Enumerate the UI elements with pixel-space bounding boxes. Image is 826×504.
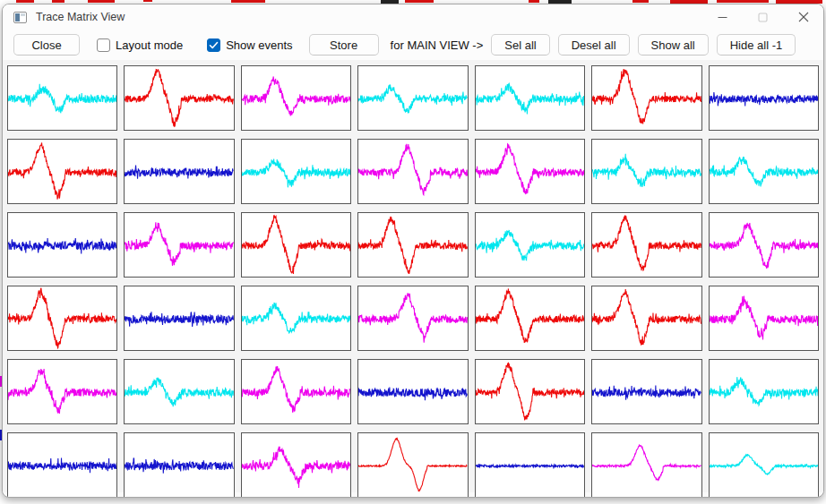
backdrop-trace-fragment — [16, 0, 34, 3]
trace-waveform-magenta — [242, 433, 350, 497]
store-button[interactable]: Store — [309, 34, 379, 56]
window-title: Trace Matrix View — [36, 11, 125, 23]
trace-waveform-magenta — [242, 66, 350, 130]
trace-cell-r1c6[interactable] — [591, 65, 701, 131]
trace-cell-r2c6[interactable] — [591, 139, 701, 204]
trace-cell-r3c4[interactable] — [357, 212, 468, 278]
trace-waveform-blue — [710, 66, 818, 130]
trace-waveform-blue — [8, 213, 116, 277]
trace-cell-r6c4[interactable] — [357, 432, 468, 498]
trace-waveform-cyan — [710, 433, 818, 497]
trace-matrix-window: Trace Matrix View Close — [2, 4, 824, 498]
trace-cell-r6c6[interactable] — [591, 432, 701, 498]
trace-cell-r5c1[interactable] — [7, 359, 117, 424]
show-events-checkbox[interactable] — [207, 38, 220, 52]
trace-cell-r4c4[interactable] — [357, 286, 468, 351]
trace-cell-r3c3[interactable] — [241, 212, 351, 278]
trace-waveform-red — [125, 66, 233, 130]
trace-cell-r1c1[interactable] — [7, 65, 117, 131]
select-all-button[interactable]: Sel all — [491, 34, 549, 56]
show-all-button[interactable]: Show all — [638, 34, 709, 56]
hide-all-button[interactable]: Hide all -1 — [717, 34, 796, 56]
trace-waveform-blue — [8, 433, 116, 497]
trace-waveform-cyan — [125, 360, 233, 423]
trace-waveform-cyan — [358, 66, 467, 130]
trace-cell-r6c2[interactable] — [124, 432, 234, 498]
backdrop-trace-fragment — [717, 0, 769, 3]
trace-cell-r1c5[interactable] — [475, 65, 585, 131]
window-controls — [702, 4, 823, 30]
show-events-label: Show events — [226, 38, 292, 52]
trace-cell-r1c7[interactable] — [709, 65, 819, 131]
trace-waveform-red — [592, 66, 701, 130]
trace-cell-r3c1[interactable] — [7, 212, 117, 278]
minimize-button[interactable] — [702, 4, 743, 30]
trace-cell-r4c7[interactable] — [709, 286, 819, 351]
maximize-button[interactable] — [743, 4, 783, 30]
trace-waveform-red — [476, 286, 584, 350]
trace-cell-r2c1[interactable] — [7, 139, 117, 204]
deselect-all-button[interactable]: Desel all — [558, 34, 630, 56]
trace-cell-r5c5[interactable] — [475, 359, 585, 424]
trace-waveform-magenta — [8, 360, 116, 423]
trace-cell-r3c5[interactable] — [475, 212, 585, 278]
trace-waveform-red — [592, 286, 701, 350]
layout-mode-label: Layout mode — [116, 38, 183, 52]
trace-waveform-red — [8, 286, 116, 350]
trace-cell-r5c4[interactable] — [357, 359, 468, 424]
trace-cell-r5c7[interactable] — [709, 359, 819, 424]
layout-mode-checkbox[interactable] — [97, 38, 110, 52]
trace-cell-r3c7[interactable] — [709, 212, 819, 278]
trace-cell-r4c6[interactable] — [591, 286, 701, 351]
close-icon — [798, 12, 809, 22]
layout-mode-checkbox-group[interactable]: Layout mode — [97, 38, 183, 52]
main-view-label: for MAIN VIEW -> — [391, 38, 484, 52]
trace-cell-r3c2[interactable] — [124, 212, 234, 278]
trace-cell-r4c2[interactable] — [124, 286, 234, 351]
trace-waveform-cyan — [710, 140, 818, 203]
trace-waveform-red — [358, 213, 467, 277]
backdrop-trace-fragment — [529, 0, 539, 3]
show-events-checkbox-group[interactable]: Show events — [207, 38, 292, 52]
close-button[interactable] — [783, 4, 823, 30]
trace-waveform-cyan — [8, 66, 116, 130]
trace-cell-r1c4[interactable] — [357, 65, 468, 131]
trace-cell-r2c3[interactable] — [241, 139, 351, 204]
trace-waveform-cyan — [242, 286, 350, 350]
trace-waveform-blue — [125, 433, 233, 497]
trace-cell-r5c6[interactable] — [591, 359, 701, 424]
close-view-button[interactable]: Close — [13, 34, 80, 56]
trace-cell-r1c2[interactable] — [124, 65, 234, 131]
trace-waveform-magenta — [710, 213, 818, 277]
trace-cell-r6c5[interactable] — [475, 432, 585, 498]
trace-cell-r1c3[interactable] — [241, 65, 351, 131]
trace-cell-r6c1[interactable] — [7, 432, 117, 498]
trace-waveform-red — [476, 360, 584, 423]
trace-cell-r2c4[interactable] — [357, 139, 468, 204]
trace-waveform-magenta — [358, 286, 467, 350]
backdrop-trace-fragment — [632, 0, 649, 3]
trace-waveform-blue — [592, 360, 701, 423]
trace-waveform-cyan — [710, 360, 818, 423]
trace-waveform-red — [8, 140, 116, 203]
trace-cell-r5c2[interactable] — [124, 359, 234, 424]
trace-waveform-cyan — [242, 140, 350, 203]
backdrop-trace-fragment — [143, 0, 152, 2]
trace-cell-r2c2[interactable] — [124, 139, 234, 204]
trace-cell-r4c3[interactable] — [241, 286, 351, 351]
backdrop-trace-fragment — [88, 0, 115, 3]
trace-cell-r5c3[interactable] — [241, 359, 351, 424]
trace-cell-r4c5[interactable] — [475, 286, 585, 351]
trace-cell-r4c1[interactable] — [7, 286, 117, 351]
trace-waveform-cyan — [592, 140, 701, 203]
trace-waveform-blue — [125, 286, 233, 350]
maximize-icon — [758, 13, 768, 22]
trace-cell-r2c5[interactable] — [475, 139, 585, 204]
trace-cell-r6c3[interactable] — [241, 432, 351, 498]
trace-waveform-cyan — [476, 213, 584, 277]
trace-cell-r3c6[interactable] — [591, 212, 701, 278]
trace-cell-r6c7[interactable] — [709, 432, 819, 498]
backdrop-trace-fragment — [405, 0, 434, 3]
trace-waveform-magenta — [125, 213, 233, 277]
trace-cell-r2c7[interactable] — [709, 139, 819, 204]
